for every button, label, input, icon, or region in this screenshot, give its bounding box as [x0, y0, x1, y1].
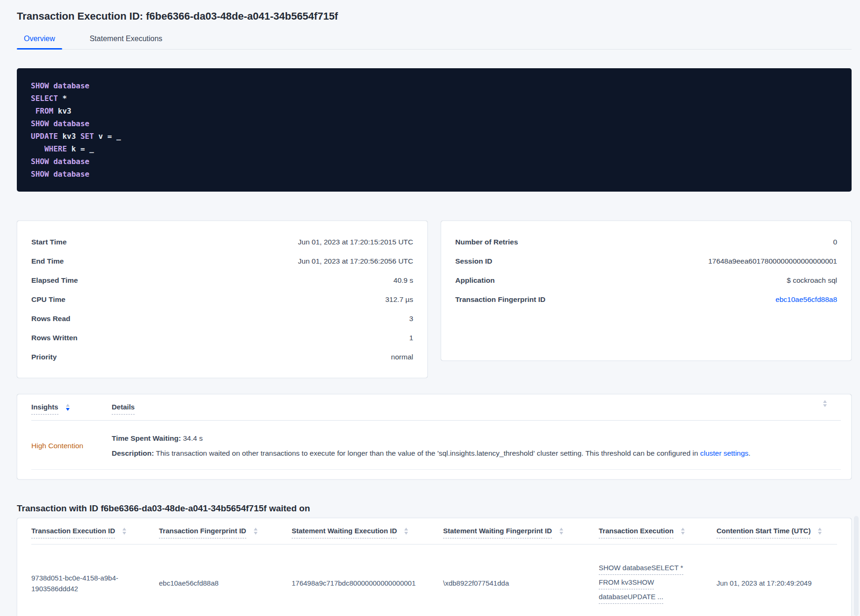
statement-waiting-execution-id-cell: 176498a9c717bdc80000000000000001 — [292, 578, 443, 588]
sql-code-line: WHERE k = _ — [31, 143, 838, 155]
column-label: Contention Start Time (UTC) — [717, 527, 810, 538]
sort-down-arrow-icon — [681, 532, 685, 535]
sql-keyword: WHERE — [44, 144, 67, 153]
sql-keyword: UPDATE — [31, 132, 58, 141]
kv-value: 1 — [409, 334, 413, 342]
column-header-extra[interactable] — [823, 403, 827, 407]
kv-value: Jun 01, 2023 at 17:20:56:2056 UTC — [298, 257, 413, 265]
kv-row: Number of Retries0 — [455, 232, 837, 251]
column-header-contention-start-time-utc[interactable]: Contention Start Time (UTC) — [717, 527, 837, 538]
column-label: Statement Waiting Execution ID — [292, 527, 397, 538]
kv-value: $ cockroach sql — [787, 276, 837, 285]
sql-text: k = _ — [67, 144, 94, 153]
insight-details: Time Spent Waiting: 34.4 s Description: … — [112, 433, 801, 459]
kv-value: Jun 01, 2023 at 17:20:15:2015 UTC — [298, 238, 413, 246]
kv-value: 3 — [409, 315, 413, 323]
sort-up-arrow-icon — [681, 528, 685, 530]
sql-code-line: SHOW database — [31, 117, 838, 130]
column-header-details[interactable]: Details — [112, 403, 801, 415]
column-label: Statement Waiting Fingerprint ID — [443, 527, 552, 538]
kv-value: 40.9 s — [394, 276, 413, 285]
sort-down-arrow-icon — [818, 532, 822, 535]
sql-statement-block: SHOW databaseSELECT * FROM kv3SHOW datab… — [17, 68, 852, 192]
sort-up-arrow-icon — [823, 400, 827, 403]
sql-text: kv3 — [58, 132, 80, 141]
kv-row: Rows Read3 — [31, 309, 413, 328]
waited-on-table: Transaction Execution IDTransaction Fing… — [17, 518, 852, 616]
column-header-insights[interactable]: Insights — [31, 403, 112, 415]
sql-code-line: SHOW database — [31, 155, 838, 168]
kv-label: Application — [455, 276, 494, 285]
details-column-label: Details — [112, 403, 135, 415]
description-label: Description: — [112, 449, 154, 457]
kv-row: Application$ cockroach sql — [455, 271, 837, 290]
sql-keyword: SHOW database — [31, 119, 89, 128]
tab-statement-executions[interactable]: Statement Executions — [83, 35, 170, 49]
transaction-execution-line: FROM kv3SHOW — [599, 577, 654, 589]
transaction-fingerprint-link[interactable]: ebc10ae56cfd88a8 — [775, 295, 837, 304]
sort-icon — [254, 528, 258, 535]
time-spent-waiting-value: 34.4 s — [183, 434, 202, 442]
column-header-statement-waiting-execution-id[interactable]: Statement Waiting Execution ID — [292, 527, 443, 538]
insights-column-label: Insights — [31, 403, 58, 415]
column-header-transaction-fingerprint-id[interactable]: Transaction Fingerprint ID — [159, 527, 292, 538]
kv-row: CPU Time312.7 µs — [31, 290, 413, 309]
statement-waiting-fingerprint-id-cell: \xdb8922f077541dda — [443, 578, 599, 588]
description-text: This transaction waited on other transac… — [156, 449, 700, 457]
kv-label: Priority — [31, 353, 57, 361]
sort-down-arrow-icon — [254, 532, 258, 535]
kv-row: Rows Written1 — [31, 328, 413, 347]
sort-up-arrow-icon — [66, 404, 70, 407]
transaction-execution-link[interactable]: SHOW databaseSELECT *FROM kv3SHOWdatabas… — [599, 562, 717, 604]
transaction-details-page: Transaction Execution ID: f6be6366-da03-… — [0, 0, 860, 616]
kv-value: 17648a9eea6017800000000000000001 — [708, 257, 837, 265]
session-details-card: Number of Retries0Session ID17648a9eea60… — [441, 221, 852, 361]
transaction-execution-line: databaseUPDATE ... — [599, 591, 663, 604]
column-header-transaction-execution[interactable]: Transaction Execution — [599, 527, 717, 538]
kv-label: Session ID — [455, 257, 492, 265]
column-header-transaction-execution-id[interactable]: Transaction Execution ID — [31, 527, 159, 538]
sort-icon — [404, 528, 408, 535]
sql-code-line: FROM kv3 — [31, 105, 838, 117]
kv-label: CPU Time — [31, 295, 65, 304]
kv-row: Transaction Fingerprint IDebc10ae56cfd88… — [455, 290, 837, 309]
sort-icon — [818, 528, 822, 535]
sql-text: kv3 — [53, 107, 72, 115]
kv-label: End Time — [31, 257, 64, 265]
sort-down-arrow-icon — [559, 532, 563, 535]
kv-value: normal — [391, 353, 413, 361]
sort-icon — [681, 528, 685, 535]
sql-keyword: SET — [80, 132, 94, 141]
transaction-execution-id-cell: 9738d051-bc0e-4158-a9b4-1903586ddd42 — [31, 573, 159, 594]
kv-row: Session ID17648a9eea60178000000000000000… — [455, 251, 837, 271]
column-header-statement-waiting-fingerprint-id[interactable]: Statement Waiting Fingerprint ID — [443, 527, 599, 538]
page-title: Transaction Execution ID: f6be6366-da03-… — [17, 9, 852, 23]
table-scrollbar[interactable] — [854, 516, 859, 616]
transaction-execution-line: SHOW databaseSELECT * — [599, 562, 683, 575]
sql-text: * — [58, 94, 67, 103]
tab-bar: Overview Statement Executions — [17, 35, 852, 50]
sql-code-line: SHOW database — [31, 79, 838, 92]
insight-row: High Contention Time Spent Waiting: 34.4… — [31, 421, 841, 470]
kv-row: End TimeJun 01, 2023 at 17:20:56:2056 UT… — [31, 251, 413, 271]
sort-icon — [122, 528, 126, 535]
time-spent-waiting: Time Spent Waiting: 34.4 s — [112, 433, 801, 444]
sql-keyword: SHOW database — [31, 157, 89, 166]
kv-label: Rows Read — [31, 315, 71, 323]
kv-row: Elapsed Time40.9 s — [31, 271, 413, 290]
sort-icon — [559, 528, 563, 535]
column-label: Transaction Execution ID — [31, 527, 115, 538]
sql-keyword: FROM — [36, 107, 54, 115]
insights-table-header: Insights Details — [31, 403, 841, 421]
kv-label: Rows Written — [31, 334, 78, 342]
sort-up-arrow-icon — [122, 528, 126, 530]
sql-code-line: SHOW database — [31, 168, 838, 180]
column-label: Transaction Fingerprint ID — [159, 527, 246, 538]
insight-type-label: High Contention — [31, 442, 112, 450]
sort-up-arrow-icon — [818, 528, 822, 530]
sort-down-arrow-icon — [823, 404, 827, 407]
execution-details-card: Start TimeJun 01, 2023 at 17:20:15:2015 … — [17, 221, 428, 378]
tab-overview[interactable]: Overview — [17, 35, 62, 49]
column-label: Transaction Execution — [599, 527, 674, 538]
cluster-settings-link[interactable]: cluster settings — [700, 449, 748, 457]
